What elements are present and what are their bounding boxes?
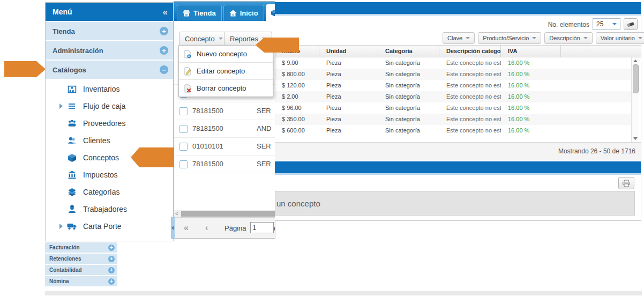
filter-button[interactable]: Clave [443, 32, 475, 44]
sidebar-item-label: Carta Porte [83, 222, 122, 231]
sidebar: Menú « Tienda + Administración + Catálog… [45, 2, 174, 241]
sidebar-item-impuestos[interactable]: Impuestos [46, 166, 173, 183]
sidebar-item-categorias[interactable]: Categorías [46, 183, 173, 201]
row-checkbox[interactable] [179, 107, 188, 115]
expander-arrow-icon[interactable] [59, 103, 63, 109]
table-row[interactable]: $ 9.00 Pieza Sin categoría Este concepto… [275, 57, 632, 69]
tab-inicio[interactable]: Inicio [223, 5, 264, 21]
concepto-menu-button[interactable]: Concepto [179, 32, 229, 46]
clear-filters-button[interactable] [624, 18, 638, 30]
concepts-icon [67, 153, 77, 162]
cell-unidad: Pieza [319, 102, 378, 114]
expand-plus-icon[interactable]: + [108, 256, 115, 262]
cell-unidad: Pieza [319, 114, 378, 125]
col-filler [561, 46, 641, 57]
sidebar-collapsed-section[interactable]: Nómina + [45, 276, 117, 286]
section-label: Administración [53, 47, 103, 55]
horizontal-scroll-thumb[interactable] [181, 211, 275, 217]
first-page-button[interactable]: « [184, 223, 189, 233]
concept-code: 01010101 [192, 142, 223, 150]
sidebar-item-label: Conceptos [83, 153, 119, 162]
scroll-up-icon[interactable] [633, 60, 638, 62]
row-checkbox[interactable] [179, 125, 188, 133]
col-unidad[interactable]: Unidad [319, 46, 378, 57]
chevron-down-icon [532, 37, 536, 39]
cell-iva: 16.00 % [501, 57, 561, 69]
categories-icon [67, 187, 77, 197]
sidebar-collapsed-section[interactable]: Retenciones + [45, 254, 117, 264]
expander-arrow-icon[interactable] [59, 224, 63, 229]
col-categoria[interactable]: Categoría [378, 46, 439, 57]
sidebar-item-label: Flujo de caja [83, 102, 125, 110]
scroll-left-icon[interactable]: < [175, 210, 178, 217]
vertical-scrollbar[interactable] [631, 57, 639, 142]
tab-conceptos-active[interactable] [266, 4, 275, 21]
expand-plus-icon[interactable]: + [108, 245, 115, 251]
col-descripcion-categoria[interactable]: Descripción categoría [439, 46, 501, 57]
cell-iva: 16.00 % [501, 69, 561, 80]
list-item[interactable]: 01010101 SER [174, 138, 275, 156]
table-row[interactable]: $ 120.00 Pieza Sin categoría Este concep… [275, 80, 632, 91]
sidebar-section-tienda[interactable]: Tienda + [46, 22, 173, 40]
tab-tienda[interactable]: Tienda [177, 5, 222, 21]
filter-button[interactable]: Producto/Servicio [478, 32, 541, 44]
filter-label: Clave [447, 35, 462, 41]
menu-item-borrar-concepto[interactable]: Borrar concepto [179, 80, 273, 97]
menu-item-editar-concepto[interactable]: Editar concepto [179, 63, 273, 80]
annotation-arrow-catalogos [4, 61, 46, 77]
cell-descripcion: Este concepto no est... [439, 57, 501, 69]
sidebar-item-carta-porte[interactable]: Carta Porte [46, 218, 173, 235]
horizontal-scrollbar[interactable]: < [174, 210, 275, 217]
sidebar-collapsed-section[interactable]: Contabilidad + [45, 265, 117, 275]
sidebar-item-proveedores[interactable]: Proveedores [46, 115, 173, 132]
table-row[interactable]: $ 2.00 Pieza Sin categoría Este concepto… [275, 91, 632, 102]
expand-plus-icon[interactable]: + [108, 267, 115, 273]
expand-plus-icon[interactable]: + [160, 27, 168, 35]
cell-categoria: Sin categoría [378, 80, 439, 91]
tab-bar: Tienda Inicio [174, 2, 275, 21]
table-row[interactable]: $ 350.00 Pieza Sin categoría Este concep… [275, 114, 632, 125]
cell-unidad: Pieza [319, 91, 378, 102]
elements-count-select[interactable]: 25 [593, 18, 620, 30]
tab-label: Inicio [240, 9, 258, 17]
prev-page-button[interactable]: ‹ [205, 223, 208, 233]
showing-status: Mostrando 26 - 50 de 1716 [558, 147, 635, 155]
list-item[interactable]: 78181500 SER [174, 102, 275, 120]
sidebar-collapsed-section[interactable]: Facturación + [45, 242, 117, 253]
sidebar-item-label: Proveedores [83, 119, 125, 128]
panel-collapse-handle[interactable] [171, 217, 175, 239]
panel-title-bar [275, 2, 641, 16]
menu-item-nuevo-concepto[interactable]: Nuevo concepto [179, 46, 273, 63]
page-number-input[interactable] [250, 222, 274, 233]
sidebar-item-clientes[interactable]: Clientes [46, 132, 173, 149]
print-button[interactable] [618, 177, 634, 189]
concept-code: 78181500 [192, 124, 223, 132]
row-checkbox[interactable] [179, 160, 188, 168]
window-bottom-strip [45, 291, 642, 295]
list-item[interactable]: 78181500 AND [174, 120, 275, 138]
list-item[interactable]: 78181500 SER [174, 156, 275, 173]
table-row[interactable]: $ 96.00 Pieza Sin categoría Este concept… [275, 102, 632, 114]
sidebar-item-inventarios[interactable]: Inventarios [46, 80, 173, 98]
selected-value: 25 [596, 20, 603, 28]
cell-iva: 16.00 % [501, 102, 561, 114]
table-row[interactable]: $ 800.00 Pieza Sin categoría Este concep… [275, 69, 632, 80]
vertical-scroll-thumb[interactable] [633, 64, 639, 93]
sidebar-item-flujo-de-caja[interactable]: Flujo de caja [46, 98, 173, 115]
expand-plus-icon[interactable]: + [160, 46, 168, 55]
filter-button[interactable]: Valor unitario [596, 32, 644, 44]
cell-descripcion: Este concepto no est... [439, 69, 501, 80]
row-checkbox[interactable] [179, 143, 188, 151]
filter-button[interactable]: Descripción [544, 32, 592, 44]
chevron-down-icon [638, 37, 642, 39]
grid-header-row: nitario Unidad Categoría Descripción cat… [275, 45, 641, 57]
sidebar-collapse-icon[interactable]: « [163, 8, 168, 17]
expand-plus-icon[interactable]: + [108, 278, 115, 285]
table-row[interactable]: $ 600.00 Pieza Sin categoría Este concep… [275, 125, 632, 136]
sidebar-section-administracion[interactable]: Administración + [46, 41, 173, 60]
col-iva[interactable]: IVA [501, 46, 561, 57]
scroll-down-icon[interactable] [633, 137, 638, 140]
collapse-minus-icon[interactable]: − [160, 65, 168, 74]
sidebar-section-catalogos[interactable]: Catálogos − [46, 61, 173, 79]
sidebar-item-trabajadores[interactable]: Trabajadores [46, 201, 173, 218]
